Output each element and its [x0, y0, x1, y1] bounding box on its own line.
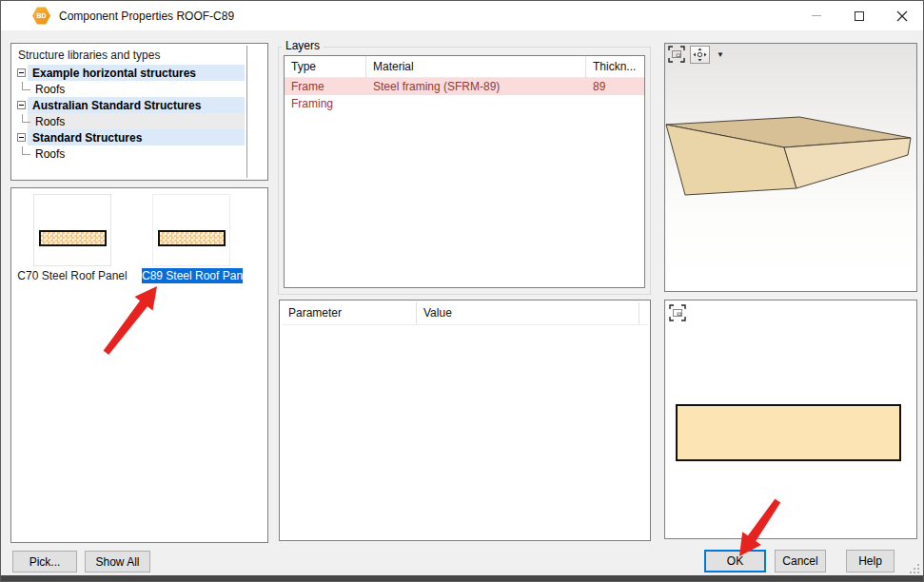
- maximize-button[interactable]: [837, 1, 880, 30]
- column-header-value[interactable]: Value: [417, 302, 639, 324]
- close-icon: [896, 10, 908, 22]
- thumbnail-label-c70[interactable]: C70 Steel Roof Panel: [11, 268, 133, 283]
- tree-item-label: Example horizontal structures: [32, 67, 196, 80]
- zoom-extents-button-2d[interactable]: [669, 304, 686, 321]
- tree-item-roofs-1[interactable]: Roofs: [13, 81, 267, 97]
- thumbnail-c70[interactable]: [33, 194, 111, 266]
- cancel-button[interactable]: Cancel: [775, 550, 826, 572]
- minimize-icon: [812, 15, 821, 16]
- tree-item-roofs-3[interactable]: Roofs: [13, 146, 267, 162]
- tree-item-standard-structures[interactable]: Standard Structures: [13, 129, 267, 146]
- window-controls: [795, 1, 923, 30]
- titlebar: BD Component Properties ROOF-C89: [1, 1, 923, 30]
- component-thumbnails-panel: C70 Steel Roof Panel C89 Steel Roof Pane…: [10, 187, 268, 543]
- minimize-button[interactable]: [795, 1, 837, 30]
- resize-grip-icon[interactable]: [909, 563, 920, 574]
- preview-2d-panel[interactable]: [664, 300, 917, 539]
- expand-minus-icon[interactable]: [17, 133, 26, 142]
- layers-group-label: Layers: [282, 40, 324, 52]
- column-header-parameter[interactable]: Parameter: [282, 302, 417, 324]
- component-properties-dialog: BD Component Properties ROOF-C89 Structu…: [0, 0, 924, 582]
- tree-connector-icon: [22, 82, 30, 90]
- ok-button[interactable]: OK: [704, 550, 766, 572]
- layer-row-frame-framing[interactable]: Frame Framing Steel framing (SFRM-89) 89: [285, 78, 644, 95]
- hatched-panel-preview: [39, 230, 107, 246]
- tree-item-label: Roofs: [35, 83, 65, 96]
- tree-item-example-horizontal-structures[interactable]: Example horizontal structures: [13, 65, 267, 81]
- tree-item-roofs-2-selected[interactable]: Roofs: [13, 113, 267, 129]
- layers-table-header: Type Material Thickn...: [285, 56, 644, 78]
- close-button[interactable]: [880, 1, 923, 30]
- expand-minus-icon[interactable]: [17, 68, 26, 77]
- tree-header: Structure libraries and types: [13, 47, 267, 65]
- column-header-spacer: [639, 302, 648, 324]
- thumbnail-label-c89-selected[interactable]: C89 Steel Roof Panel: [142, 268, 243, 283]
- tree-item-label: Roofs: [35, 147, 65, 161]
- column-header-type[interactable]: Type: [285, 56, 366, 78]
- slab-2d-render: [676, 404, 901, 461]
- expand-minus-icon[interactable]: [17, 101, 26, 109]
- zoom-extents-icon: [669, 304, 686, 321]
- preview-3d-panel[interactable]: ▼: [664, 43, 917, 292]
- thumbnail-c89[interactable]: [152, 194, 230, 266]
- column-header-thickness[interactable]: Thickn...: [586, 56, 644, 78]
- tree-divider: [246, 46, 247, 178]
- slab-3d-render: [665, 44, 916, 291]
- layers-table: Type Material Thickn... Frame Framing St…: [284, 55, 645, 288]
- window-bottom-border: [1, 575, 923, 581]
- app-icon: BD: [32, 7, 50, 25]
- layer-material-cell: Steel framing (SFRM-89): [366, 78, 586, 95]
- tree-item-label: Standard Structures: [32, 131, 142, 145]
- tree-item-label: Roofs: [35, 115, 65, 128]
- hatched-panel-preview: [158, 230, 226, 246]
- pick-button[interactable]: Pick...: [12, 551, 77, 572]
- column-header-material[interactable]: Material: [366, 56, 586, 78]
- parameters-table-header: Parameter Value: [282, 302, 648, 325]
- tree-item-australian-standard-structures[interactable]: Australian Standard Structures: [13, 97, 267, 113]
- layer-thickness-cell: 89: [586, 78, 644, 95]
- parameters-table: Parameter Value: [279, 300, 651, 541]
- tree-connector-icon: [22, 146, 30, 155]
- tree-item-label: Australian Standard Structures: [32, 99, 201, 112]
- show-all-button[interactable]: Show All: [85, 551, 150, 572]
- maximize-icon: [855, 11, 864, 21]
- help-button[interactable]: Help: [846, 550, 895, 572]
- tree-connector-icon: [22, 114, 30, 123]
- layer-type-cell: Frame Framing: [285, 78, 366, 95]
- window-title: Component Properties ROOF-C89: [59, 10, 234, 23]
- structure-tree-panel: Structure libraries and types Example ho…: [10, 43, 268, 181]
